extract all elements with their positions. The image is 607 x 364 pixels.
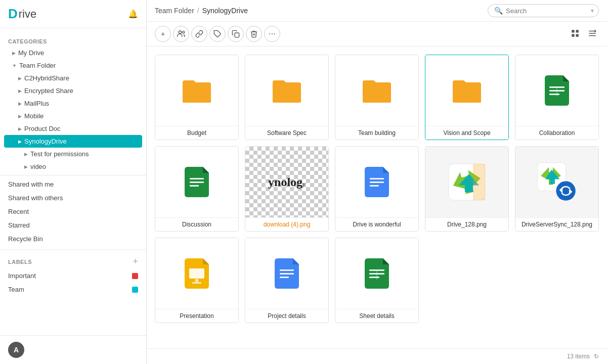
svg-rect-3 <box>235 33 239 37</box>
svg-rect-23 <box>370 181 384 183</box>
file-thumb-software-spec <box>245 55 328 126</box>
sidebar-item-starred[interactable]: Starred <box>0 218 146 232</box>
sidebar-item-team-folder[interactable]: ▼ Team Folder <box>0 59 146 72</box>
file-card-sheet-details[interactable]: Sheet details <box>335 238 419 323</box>
notification-bell-icon[interactable]: 🔔 <box>128 9 138 19</box>
file-card-presentation[interactable]: Presentation <box>155 238 239 323</box>
sidebar-item-video[interactable]: ▶ video <box>0 160 146 173</box>
svg-rect-19 <box>190 178 204 179</box>
search-dropdown-icon[interactable]: ▼ <box>590 8 595 14</box>
file-card-collaboration[interactable]: Collaboration <box>515 55 599 140</box>
chevron-right-icon: ▶ <box>18 88 22 94</box>
file-thumb-budget <box>155 55 238 126</box>
sidebar-item-mobile[interactable]: ▶ Mobile <box>0 110 146 122</box>
file-card-drive-128[interactable]: Drive_128.png <box>425 146 509 232</box>
svg-rect-36 <box>280 277 289 278</box>
file-card-software-spec[interactable]: Software Spec <box>245 55 329 140</box>
file-thumb-project-details <box>245 238 328 309</box>
list-view-button[interactable] <box>586 27 599 41</box>
synology-drive-label: SynologyDrive <box>24 138 67 145</box>
sidebar-item-encrypted[interactable]: ▶ Encrypted Share <box>0 84 146 97</box>
sidebar-item-my-drive[interactable]: ▶ My Drive <box>0 47 146 59</box>
svg-rect-17 <box>549 94 559 95</box>
file-card-team-building[interactable]: Team building <box>335 55 419 140</box>
add-label-button[interactable]: + <box>133 256 138 267</box>
mobile-label: Mobile <box>24 112 44 120</box>
sidebar-item-test-permissions[interactable]: ▶ Test for permissions <box>0 148 146 160</box>
delete-button[interactable] <box>246 26 262 42</box>
copy-button[interactable] <box>228 26 244 42</box>
sidebar-item-synology-drive[interactable]: ▶ SynologyDrive <box>4 135 142 148</box>
grid-view-button[interactable] <box>569 27 582 41</box>
svg-rect-33 <box>192 282 201 284</box>
sidebar-item-recent[interactable]: Recent <box>0 205 146 218</box>
chevron-right-icon: ▶ <box>24 152 28 157</box>
file-grid: Budget Software Spec Team building <box>155 55 599 323</box>
categories-label: CATEGORIES <box>0 34 146 47</box>
chevron-down-icon: ▼ <box>12 63 17 68</box>
refresh-button[interactable]: ↻ <box>594 353 599 360</box>
c2hybrid-label: C2HybridShare <box>24 74 69 82</box>
sidebar-header: D rive 🔔 <box>0 0 146 28</box>
svg-rect-13 <box>363 84 391 103</box>
chevron-right-icon: ▶ <box>24 164 28 169</box>
file-thumb-collaboration <box>515 55 598 126</box>
folder-icon <box>181 74 213 107</box>
more-button[interactable]: ⋯ <box>264 26 280 42</box>
svg-rect-14 <box>453 84 481 103</box>
item-count: 13 items <box>567 353 590 360</box>
file-name-discussion: Discussion <box>155 217 238 231</box>
app-logo: D rive <box>8 6 36 22</box>
tag-button[interactable] <box>209 26 226 42</box>
logo-rest: rive <box>19 8 36 21</box>
chevron-right-icon: ▶ <box>18 126 22 131</box>
label-team-dot <box>132 287 138 293</box>
gsheet2-icon <box>365 258 389 289</box>
sidebar-item-mailplus[interactable]: ▶ MailPlus <box>0 97 146 110</box>
sidebar-item-shared-with-me[interactable]: Shared with me <box>0 177 146 191</box>
breadcrumb-parent[interactable]: Team Folder <box>155 7 194 15</box>
search-input[interactable] <box>506 7 587 15</box>
sidebar-nav: CATEGORIES ▶ My Drive ▼ Team Folder ▶ C2… <box>0 28 146 335</box>
file-card-drive-wonderful[interactable]: Drive is wonderful <box>335 146 419 232</box>
file-card-project-details[interactable]: Project details <box>245 238 329 323</box>
svg-rect-20 <box>190 181 204 183</box>
file-name-budget: Budget <box>155 126 238 140</box>
avatar[interactable]: A <box>8 342 24 358</box>
sidebar-item-product-doc[interactable]: ▶ Product Doc <box>0 122 146 135</box>
file-card-discussion[interactable]: Discussion <box>155 146 239 232</box>
folder-icon <box>271 74 303 107</box>
sidebar: D rive 🔔 CATEGORIES ▶ My Drive ▼ Team Fo… <box>0 0 147 364</box>
file-card-budget[interactable]: Budget <box>155 55 239 140</box>
sidebar-item-c2hybrid[interactable]: ▶ C2HybridShare <box>0 72 146 84</box>
share-users-button[interactable] <box>173 26 189 42</box>
file-thumb-drive-wonderful <box>335 147 418 217</box>
gslides-icon <box>185 258 209 289</box>
file-card-vision-scope[interactable]: Vision and Scope <box>425 55 509 140</box>
file-name-vision-scope: Vision and Scope <box>425 126 508 140</box>
add-button[interactable]: + <box>155 26 171 42</box>
file-thumb-drive-128 <box>425 147 508 217</box>
link-button[interactable] <box>191 26 207 42</box>
file-thumb-discussion <box>155 147 238 217</box>
label-item-team[interactable]: Team <box>0 283 146 296</box>
label-item-important[interactable]: Important <box>0 269 146 283</box>
svg-rect-34 <box>280 269 294 271</box>
gsheet-icon <box>545 75 569 106</box>
file-thumb-download-png: ynology <box>245 147 328 217</box>
my-drive-label: My Drive <box>18 49 44 57</box>
sidebar-item-shared-with-others[interactable]: Shared with others <box>0 191 146 205</box>
video-label: video <box>30 163 46 170</box>
file-name-drive-server-sync: DriveServerSync_128.png <box>515 217 598 231</box>
file-thumb-vision-scope <box>425 55 508 126</box>
file-card-drive-server-sync[interactable]: DriveServerSync_128.png <box>515 146 599 232</box>
file-card-download-png[interactable]: ynology download (4).png <box>245 146 329 232</box>
sidebar-item-recycle-bin[interactable]: Recycle Bin <box>0 232 146 246</box>
drive-sync-icon <box>537 162 577 202</box>
file-name-sheet-details: Sheet details <box>335 309 418 323</box>
main-header: Team Folder / SynologyDrive 🔍 ▼ <box>147 0 607 22</box>
team-folder-label: Team Folder <box>19 62 56 69</box>
label-important-name: Important <box>8 272 36 280</box>
svg-rect-32 <box>195 279 198 282</box>
gdoc-blue2-icon <box>275 258 299 289</box>
